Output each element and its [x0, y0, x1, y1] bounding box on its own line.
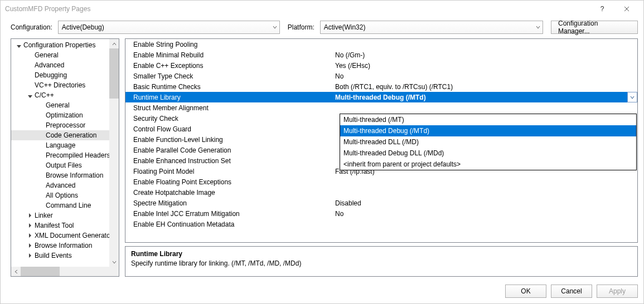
property-label: Enable C++ Exceptions	[125, 62, 332, 70]
right-pane: Enable String PoolingEnable Minimal Rebu…	[125, 38, 638, 277]
configuration-dropdown[interactable]: Active(Debug)	[58, 21, 280, 34]
apply-button[interactable]: Apply	[597, 285, 638, 298]
scroll-thumb[interactable]	[109, 48, 119, 99]
tree-node-vcdirs[interactable]: VC++ Directories	[11, 80, 119, 90]
property-label: Enable Function-Level Linking	[125, 136, 332, 144]
tree-node-debugging[interactable]: Debugging	[11, 70, 119, 80]
close-icon	[624, 6, 630, 12]
runtime-library-dropdown-list[interactable]: Multi-threaded (/MT)Multi-threaded Debug…	[340, 114, 637, 170]
property-row[interactable]: Struct Member Alignment	[125, 102, 637, 113]
tree-node-buildevents[interactable]: Build Events	[11, 251, 119, 261]
dropdown-option[interactable]: Multi-threaded Debug DLL (/MDd)	[340, 148, 636, 159]
window-title: CustomMFD Property Pages	[5, 5, 590, 13]
dropdown-option[interactable]: Multi-threaded (/MT)	[340, 114, 636, 125]
platform-label: Platform:	[288, 23, 314, 31]
property-row[interactable]: Enable C++ ExceptionsYes (/EHsc)	[125, 60, 637, 71]
tree-node-advanced[interactable]: Advanced	[11, 60, 119, 70]
tree-node-cpp-cmdline[interactable]: Command Line	[11, 200, 119, 210]
description-heading: Runtime Library	[131, 250, 632, 258]
property-row[interactable]: Spectre MitigationDisabled	[125, 198, 637, 208]
scroll-thumb[interactable]	[21, 267, 60, 276]
property-tree[interactable]: Configuration Properties General Advance…	[11, 39, 119, 276]
tree-node-xmldoc[interactable]: XML Document Generator	[11, 231, 119, 241]
property-row[interactable]: Enable String Pooling	[125, 39, 637, 50]
property-label: Enable Minimal Rebuild	[125, 51, 332, 59]
property-dropdown-button[interactable]	[627, 92, 637, 102]
tree-node-cpp-language[interactable]: Language	[11, 140, 119, 150]
dropdown-option[interactable]: Multi-threaded DLL (/MD)	[340, 136, 636, 148]
property-row[interactable]: Enable Intel JCC Erratum MitigationNo	[125, 208, 637, 219]
property-label: Control Flow Guard	[125, 125, 332, 133]
property-value: Both (/RTC1, equiv. to /RTCsu) (/RTC1)	[332, 83, 637, 91]
tree-node-linker[interactable]: Linker	[11, 210, 119, 220]
scroll-up-button[interactable]	[109, 39, 119, 48]
tree-node-manifest[interactable]: Manifest Tool	[11, 220, 119, 231]
cancel-button[interactable]: Cancel	[551, 285, 592, 298]
dropdown-option[interactable]: <inherit from parent or project defaults…	[340, 159, 636, 170]
property-value: Disabled	[332, 199, 637, 207]
tree-node-cpp-browse[interactable]: Browse Information	[11, 170, 119, 180]
titlebar: CustomMFD Property Pages ?	[1, 1, 643, 17]
tree-node-browseinfo[interactable]: Browse Information	[11, 241, 119, 251]
property-value: No (/Gm-)	[332, 51, 637, 59]
property-value: Yes (/EHsc)	[332, 62, 637, 70]
help-button[interactable]: ?	[590, 1, 614, 17]
scroll-track[interactable]	[21, 267, 109, 276]
platform-value: Active(Win32)	[324, 23, 366, 31]
scroll-down-button[interactable]	[109, 257, 119, 267]
property-label: Struct Member Alignment	[125, 104, 332, 112]
configuration-manager-label: Configuration Manager...	[558, 19, 631, 35]
property-grid-pane: Enable String PoolingEnable Minimal Rebu…	[125, 38, 638, 243]
property-row[interactable]: Enable Minimal RebuildNo (/Gm-)	[125, 50, 637, 60]
property-row[interactable]: Runtime LibraryMulti-threaded Debug (/MT…	[125, 92, 637, 102]
property-value: No	[332, 72, 637, 80]
chevron-down-icon	[536, 23, 540, 31]
description-text: Specify runtime library for linking. (/M…	[131, 259, 632, 267]
dialog-footer: OK Cancel Apply	[1, 281, 643, 303]
scroll-corner	[109, 267, 119, 276]
tree-vscrollbar[interactable]	[109, 39, 119, 267]
property-row[interactable]: Create Hotpatchable Image	[125, 187, 637, 198]
scroll-track[interactable]	[109, 48, 119, 257]
platform-dropdown[interactable]: Active(Win32)	[320, 21, 543, 34]
configuration-value: Active(Debug)	[62, 23, 104, 31]
close-button[interactable]	[614, 1, 639, 17]
chevron-down-icon	[630, 95, 635, 100]
tree-node-cpp-optimization[interactable]: Optimization	[11, 110, 119, 120]
property-label: Smaller Type Check	[125, 72, 332, 80]
property-row[interactable]: Enable Floating Point Exceptions	[125, 176, 637, 187]
config-row: Configuration: Active(Debug) Platform: A…	[1, 17, 643, 38]
property-label: Spectre Mitigation	[125, 199, 332, 207]
tree-node-cpp-preprocessor[interactable]: Preprocessor	[11, 120, 119, 130]
scroll-left-button[interactable]	[11, 267, 21, 276]
tree-node-cpp-pch[interactable]: Precompiled Headers	[11, 150, 119, 160]
property-label: Enable Enhanced Instruction Set	[125, 157, 332, 165]
property-value: No	[332, 210, 637, 218]
tree-node-cpp-advanced[interactable]: Advanced	[11, 180, 119, 190]
property-row[interactable]: Enable EH Continuation Metadata	[125, 219, 637, 229]
chevron-down-icon	[273, 23, 277, 31]
property-label: Create Hotpatchable Image	[125, 189, 332, 197]
tree-node-cpp-allopts[interactable]: All Options	[11, 190, 119, 200]
property-label: Floating Point Model	[125, 168, 332, 175]
tree-node-cpp-output[interactable]: Output Files	[11, 160, 119, 170]
property-label: Enable EH Continuation Metadata	[125, 220, 332, 228]
property-row[interactable]: Basic Runtime ChecksBoth (/RTC1, equiv. …	[125, 81, 637, 92]
dropdown-option[interactable]: Multi-threaded Debug (/MTd)	[340, 125, 636, 136]
tree-node-cpp-codegen[interactable]: Code Generation	[11, 130, 119, 140]
property-label: Security Check	[125, 115, 332, 122]
property-label: Enable Floating Point Exceptions	[125, 178, 332, 186]
tree-pane: Configuration Properties General Advance…	[11, 38, 119, 277]
property-row[interactable]: Smaller Type CheckNo	[125, 71, 637, 81]
configuration-manager-button[interactable]: Configuration Manager...	[551, 21, 638, 34]
ok-button[interactable]: OK	[505, 285, 546, 298]
tree-node-general[interactable]: General	[11, 50, 119, 60]
property-label: Basic Runtime Checks	[125, 83, 332, 91]
property-value: Multi-threaded Debug (/MTd)	[332, 94, 637, 101]
main-area: Configuration Properties General Advance…	[1, 38, 643, 281]
tree-node-cpp-general[interactable]: General	[11, 100, 119, 110]
tree-node-cpp[interactable]: C/C++	[11, 90, 119, 100]
tree-hscrollbar[interactable]	[11, 267, 119, 276]
tree-node-config-properties[interactable]: Configuration Properties	[11, 40, 119, 50]
property-label: Enable Parallel Code Generation	[125, 146, 332, 154]
